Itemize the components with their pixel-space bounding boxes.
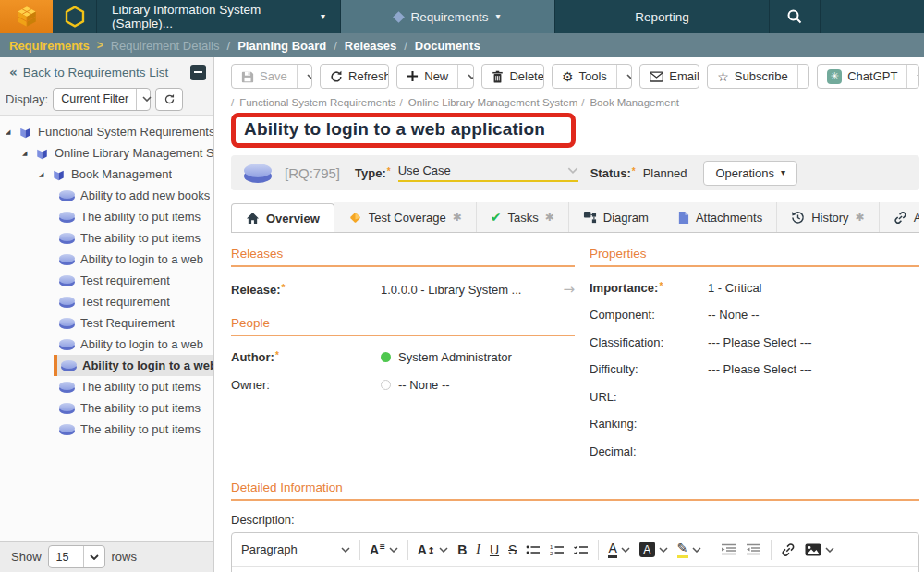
breadcrumb-item[interactable]: Online Library Management System — [400, 97, 578, 108]
highlight-button[interactable]: ✎ — [677, 542, 701, 558]
tree-folder[interactable]: ◢ Functional System Requirements — [0, 121, 213, 142]
tree-item[interactable]: Ability to login to a web — [0, 249, 213, 270]
breadcrumb-item[interactable]: Book Management — [581, 97, 679, 108]
nav-requirements[interactable]: Requirements ▾ — [340, 0, 554, 33]
show-label: Show — [11, 550, 42, 564]
tree-item-label: Ability to login to a web — [80, 252, 203, 266]
spira-logo[interactable] — [0, 0, 53, 33]
tools-button[interactable]: ⚙ Tools — [553, 65, 616, 88]
subnav-planning-board[interactable]: Planning Board — [237, 39, 326, 53]
insert-image-button[interactable] — [805, 543, 834, 556]
tab-history[interactable]: History ✱ — [777, 202, 880, 232]
line-height-button[interactable]: A↕ — [418, 542, 448, 557]
classification-value[interactable]: --- Please Select --- — [708, 335, 812, 349]
tree-expand-icon[interactable]: ◢ — [22, 150, 30, 157]
numbered-list-button[interactable]: 12 — [550, 543, 565, 556]
component-value[interactable]: -- None -- — [708, 308, 760, 322]
tree-folder[interactable]: ◢ Online Library Management System — [0, 142, 213, 164]
filter-select[interactable]: Current Filter — [53, 88, 151, 111]
tab-tasks[interactable]: ✔ Tasks ✱ — [477, 202, 569, 232]
requirement-disk-icon — [244, 164, 272, 183]
tree-item[interactable]: Ability to login to a web — [0, 334, 213, 355]
description-editor-content[interactable] — [232, 567, 918, 572]
project-selector[interactable]: Library Information System (Sample)... ▾ — [97, 0, 340, 33]
tree-item[interactable]: The ability to put items — [0, 397, 213, 419]
breadcrumb-item[interactable]: Functional System Requirements — [231, 97, 396, 108]
goto-release-arrow-icon[interactable]: → — [563, 281, 575, 298]
tree-item[interactable]: Ability to add new books — [0, 185, 213, 206]
tab-overview[interactable]: Overview — [231, 203, 334, 233]
indent-button[interactable] — [721, 543, 736, 555]
tree-item-label: Test requirement — [80, 274, 170, 287]
tree-expand-icon[interactable]: ◢ — [6, 128, 13, 136]
operations-button[interactable]: Operations ▾ — [703, 161, 797, 186]
tree-item-label: The ability to put items — [80, 401, 201, 415]
type-select[interactable]: Use Case — [398, 164, 578, 182]
search-button[interactable] — [769, 0, 821, 33]
associations-link-icon — [894, 211, 907, 225]
tree-item[interactable]: Test requirement — [0, 270, 213, 291]
subnav-documents[interactable]: Documents — [415, 39, 480, 53]
tree-folder-label: Online Library Management System — [55, 146, 213, 160]
tree-item[interactable]: The ability to put items — [0, 206, 213, 227]
tree-expand-icon[interactable]: ◢ — [39, 171, 46, 178]
refresh-button[interactable]: Refresh — [321, 65, 389, 88]
strikethrough-button[interactable]: S — [508, 542, 517, 557]
email-button[interactable]: Email — [640, 65, 699, 88]
subnav-releases[interactable]: Releases — [345, 39, 396, 53]
tab-diagram[interactable]: Diagram — [569, 202, 663, 232]
underline-button[interactable]: U — [490, 542, 499, 557]
owner-value[interactable]: -- None -- — [381, 378, 450, 392]
back-to-requirements-link[interactable]: Back to Requirements List — [23, 66, 169, 79]
save-dropdown-button[interactable] — [297, 65, 312, 88]
author-value[interactable]: System Administrator — [381, 350, 512, 364]
page-size-select[interactable]: 15 — [48, 545, 105, 568]
toolbar-divider — [711, 540, 711, 560]
subscribe-button[interactable]: ☆ Subscribe — [708, 65, 796, 88]
check-list-button[interactable] — [574, 543, 589, 556]
importance-value[interactable]: 1 - Critical — [708, 281, 762, 295]
chatgpt-dropdown-button[interactable] — [906, 65, 919, 88]
tree-item-selected[interactable]: Ability to login to a web — [0, 355, 213, 376]
release-label: Release: — [231, 283, 381, 297]
paragraph-style-select[interactable]: Paragraph — [241, 542, 350, 556]
new-dropdown-button[interactable] — [457, 65, 474, 88]
release-value[interactable]: 1.0.0.0 - Library System ... — [381, 283, 521, 297]
bold-button[interactable]: B — [457, 542, 467, 557]
tab-associations[interactable]: Associations — [880, 202, 919, 232]
outdent-button[interactable] — [746, 543, 761, 555]
italic-button[interactable]: I — [476, 542, 480, 557]
check-list-icon — [574, 543, 589, 556]
tab-attachments[interactable]: Attachments — [663, 202, 777, 232]
tree-item[interactable]: The ability to put items — [0, 376, 213, 397]
tools-dropdown-button[interactable] — [616, 65, 633, 88]
collapse-sidebar-button[interactable] — [190, 65, 206, 80]
bullet-list-button[interactable] — [526, 543, 541, 556]
tree-item[interactable]: Test requirement — [0, 291, 213, 312]
background-color-button[interactable]: A — [639, 542, 668, 557]
delete-button[interactable]: Delete — [482, 65, 544, 88]
tab-test-coverage[interactable]: Test Coverage ✱ — [334, 202, 477, 232]
tree-item[interactable]: The ability to put items — [0, 419, 213, 440]
subscribe-dropdown-button[interactable] — [797, 65, 810, 88]
difficulty-value[interactable]: --- Please Select --- — [708, 362, 812, 376]
chatgpt-button[interactable]: ✳ ChatGPT — [818, 65, 906, 88]
project-name: Library Information System (Sample)... — [112, 3, 312, 30]
tab-label: Test Coverage — [369, 211, 446, 225]
save-button[interactable]: Save — [232, 65, 297, 88]
tab-label: Tasks — [507, 211, 538, 225]
tree-item[interactable]: The ability to put items — [0, 227, 213, 249]
refresh-tree-button[interactable] — [155, 88, 183, 111]
page-title[interactable]: Ability to login to a web application — [244, 119, 545, 140]
refresh-icon — [164, 93, 176, 105]
nav-reporting[interactable]: Reporting — [554, 0, 769, 33]
insert-link-button[interactable] — [781, 542, 796, 557]
tree-folder[interactable]: ◢ Book Management — [0, 164, 213, 185]
workspace-home-button[interactable] — [53, 0, 97, 33]
subnav-requirements[interactable]: Requirements — [9, 39, 90, 53]
font-size-icon: A≡ — [370, 542, 385, 557]
font-size-button[interactable]: A≡ — [370, 542, 398, 557]
tree-item[interactable]: Test Requirement — [0, 312, 213, 334]
font-color-button[interactable]: A — [608, 542, 629, 558]
new-button[interactable]: New — [397, 65, 457, 88]
